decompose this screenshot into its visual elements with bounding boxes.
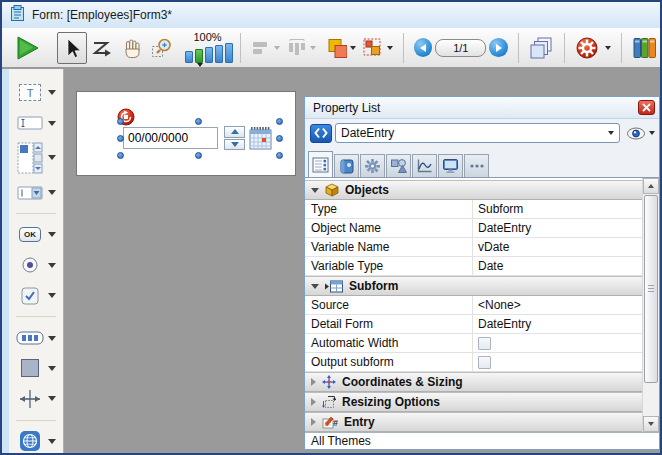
selection-handle-e[interactable] xyxy=(276,135,283,142)
selection-handle-w[interactable] xyxy=(117,135,124,142)
zoom-bar-100[interactable] xyxy=(195,49,203,63)
angle-brackets-icon xyxy=(313,126,329,140)
stepper-down-button[interactable] xyxy=(224,139,245,151)
scroll-down-button[interactable] xyxy=(643,416,659,432)
selection-handle-sw[interactable] xyxy=(117,152,124,159)
close-icon xyxy=(642,103,651,112)
level-button[interactable] xyxy=(323,32,359,64)
zoom-tool-button[interactable] xyxy=(147,32,177,64)
property-value[interactable]: Subform xyxy=(473,200,642,218)
group-header-entry[interactable]: # Entry xyxy=(305,412,642,432)
button-grid-tool[interactable] xyxy=(16,326,56,349)
zoom-bar-200[interactable] xyxy=(205,47,213,63)
calendar-button[interactable] xyxy=(249,126,272,150)
property-row-object-name: Object Name DateEntry xyxy=(305,219,642,238)
tab-settings[interactable] xyxy=(360,154,385,177)
distribute-button[interactable] xyxy=(283,32,319,64)
zoom-bar-50[interactable] xyxy=(185,51,193,63)
zoom-bar-400[interactable] xyxy=(215,45,223,63)
form-actions-button[interactable] xyxy=(572,32,613,64)
scroll-up-button[interactable] xyxy=(643,178,659,194)
close-button[interactable] xyxy=(638,100,655,115)
property-value[interactable]: Date xyxy=(473,257,642,275)
date-stepper[interactable] xyxy=(224,126,245,150)
group-button[interactable] xyxy=(359,32,395,64)
property-list-panel: Property List DateEntry xyxy=(304,96,660,450)
property-tab-strip xyxy=(305,147,659,178)
display-pages-button[interactable] xyxy=(526,32,557,64)
text-tool[interactable]: T xyxy=(16,81,56,104)
scroll-down-icon xyxy=(648,422,654,426)
property-label: Detail Form xyxy=(305,315,473,333)
property-value[interactable]: <None> xyxy=(473,296,642,314)
selection-handle-ne[interactable] xyxy=(276,118,283,125)
button-tool[interactable]: OK xyxy=(16,223,56,246)
selection-handle-n[interactable] xyxy=(195,118,202,125)
stepper-up-button[interactable] xyxy=(224,126,245,138)
group-header-resizing-options[interactable]: Resizing Options xyxy=(305,392,642,412)
tab-display[interactable] xyxy=(438,154,463,177)
hierarchical-list-tool[interactable] xyxy=(16,142,56,174)
property-row-detail-form: Detail Form DateEntry xyxy=(305,315,642,334)
execute-form-button[interactable] xyxy=(10,32,43,64)
radio-icon xyxy=(21,256,39,274)
selection-handle-s[interactable] xyxy=(195,152,202,159)
property-label: Variable Name xyxy=(305,238,473,256)
theme-filter-bar[interactable]: All Themes xyxy=(305,432,659,449)
form-icon xyxy=(9,5,25,26)
expanded-arrow-icon xyxy=(311,188,319,193)
previous-page-button[interactable] xyxy=(414,38,433,57)
explorer-button[interactable] xyxy=(629,32,660,64)
object-selector-combo[interactable]: DateEntry xyxy=(335,123,620,143)
next-page-button[interactable] xyxy=(489,38,508,57)
web-area-tool[interactable] xyxy=(16,430,56,453)
scrollbar-thumb[interactable] xyxy=(644,195,658,383)
splitter-tool[interactable] xyxy=(16,387,56,410)
selection-tool-button[interactable] xyxy=(57,32,87,64)
main-toolbar: 100% 1/1 xyxy=(2,28,660,68)
property-row-variable-name: Variable Name vDate xyxy=(305,238,642,257)
property-value[interactable]: vDate xyxy=(473,238,642,256)
checkbox-tool-dropdown xyxy=(48,293,56,298)
rectangle-tool[interactable] xyxy=(16,357,56,380)
output-subform-checkbox[interactable] xyxy=(478,356,491,369)
property-value[interactable]: DateEntry xyxy=(473,315,642,333)
object-navigator-button[interactable] xyxy=(310,124,332,143)
toolbox-separator xyxy=(16,316,56,317)
check-box-tool[interactable] xyxy=(16,284,56,307)
group-header-objects[interactable]: Objects xyxy=(305,180,642,200)
next-icon xyxy=(496,44,502,52)
button-tool-dropdown xyxy=(48,232,56,237)
level-dropdown-arrow xyxy=(350,46,356,50)
zoom-control: 100% xyxy=(185,32,233,63)
group-header-subform[interactable]: Subform xyxy=(305,276,642,296)
group-header-coordinates-sizing[interactable]: Coordinates & Sizing xyxy=(305,372,642,392)
tab-more[interactable] xyxy=(464,154,489,177)
tab-objects[interactable] xyxy=(386,154,411,177)
group-icon xyxy=(362,37,383,59)
property-list-title: Property List xyxy=(313,101,380,115)
property-grid-scrollbar[interactable] xyxy=(642,178,659,432)
automatic-width-checkbox[interactable] xyxy=(478,337,491,350)
property-label: Source xyxy=(305,296,473,314)
tab-events[interactable] xyxy=(412,154,437,177)
move-tool-button[interactable] xyxy=(117,32,147,64)
splitter-icon xyxy=(18,389,42,409)
form-canvas[interactable]: 00/00/0000 xyxy=(76,91,296,176)
zoom-bar-800[interactable] xyxy=(225,43,233,63)
tab-all-properties[interactable] xyxy=(308,151,333,177)
selection-handle-se[interactable] xyxy=(276,152,283,159)
align-button[interactable] xyxy=(248,32,282,64)
book-tab-icon xyxy=(339,159,355,174)
distribute-icon xyxy=(286,38,307,58)
combo-box-tool[interactable] xyxy=(16,181,56,204)
property-value[interactable]: DateEntry xyxy=(473,219,642,237)
entry-order-tool-button[interactable] xyxy=(87,32,117,64)
selection-handle-nw[interactable] xyxy=(117,118,124,125)
radio-button-tool[interactable] xyxy=(16,254,56,277)
input-tool[interactable] xyxy=(16,111,56,134)
tab-info[interactable] xyxy=(334,154,359,177)
toolbox-separator xyxy=(16,213,56,214)
view-options-button[interactable] xyxy=(626,126,655,141)
dateentry-subform-object[interactable]: 00/00/0000 xyxy=(123,127,218,149)
